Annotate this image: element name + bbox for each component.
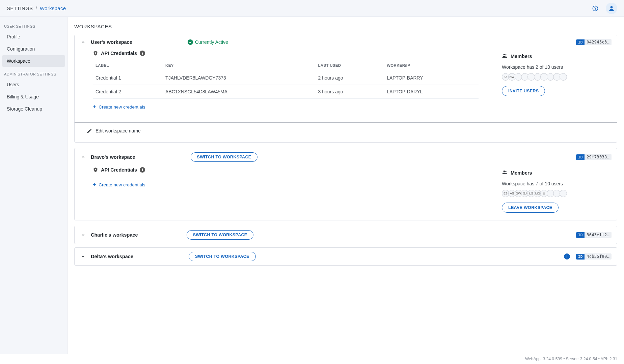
id-badge: ID xyxy=(576,254,585,260)
sidebar-item-workspace[interactable]: Workspace xyxy=(2,55,65,67)
help-icon[interactable] xyxy=(590,3,601,14)
footer: WebApp: 3.24.0-599 • Server: 3.24.0-54 •… xyxy=(0,354,624,364)
svg-point-3 xyxy=(95,52,96,54)
chevron-down-icon[interactable] xyxy=(80,232,86,238)
workspace-id-value: 29f73038… xyxy=(585,154,612,160)
sidebar-item-profile[interactable]: Profile xyxy=(2,31,65,42)
invite-users-button[interactable]: INVITE USERS xyxy=(502,86,545,96)
workspace-id-chip[interactable]: ID 4cb55f90… xyxy=(576,253,612,260)
breadcrumb-sep: / xyxy=(35,5,37,11)
member-avatars: U NW xyxy=(502,73,610,81)
workspace-header: Delta's workspace SWITCH TO WORKSPACE ! … xyxy=(75,248,617,265)
sidebar-section-admin: ADMINISTRATOR SETTINGS xyxy=(0,67,67,78)
sidebar-section-user: USER SETTINGS xyxy=(0,20,67,30)
member-avatars: ES AS GW GJ LG MG U xyxy=(502,190,610,197)
workspace-card-charlie: Charlie's workspace SWITCH TO WORKSPACE … xyxy=(74,226,617,244)
plus-icon: + xyxy=(93,104,96,110)
workspace-card-users: User's workspace Currently Active ID 042… xyxy=(74,35,617,143)
svg-point-2 xyxy=(611,6,613,8)
sidebar: USER SETTINGS Profile Configuration Work… xyxy=(0,17,67,354)
avatar-empty xyxy=(560,190,567,197)
cred-key: TJAHLVDER8LAWDGY7373 xyxy=(163,71,315,85)
id-badge: ID xyxy=(576,39,585,45)
page-title: WORKSPACES xyxy=(74,24,617,29)
col-last-used: LAST USED xyxy=(316,61,384,71)
user-avatar-button[interactable] xyxy=(606,3,617,14)
workspace-id-value: 3643eff2… xyxy=(585,232,612,238)
workspace-id-chip[interactable]: ID 042945c3… xyxy=(576,39,612,45)
switch-workspace-button[interactable]: SWITCH TO WORKSPACE xyxy=(187,230,254,240)
api-credentials-label: API Credentials xyxy=(101,51,137,56)
edit-workspace-name-label: Edit workspace name xyxy=(96,128,141,133)
leave-workspace-button[interactable]: LEAVE WORKSPACE xyxy=(502,203,559,213)
table-row[interactable]: Credential 1 TJAHLVDER8LAWDGY7373 2 hour… xyxy=(93,71,479,85)
svg-point-6 xyxy=(95,169,96,170)
topbar-right xyxy=(590,3,617,14)
workspace-header: Bravo's workspace SWITCH TO WORKSPACE ID… xyxy=(75,148,617,166)
workspace-name: Bravo's workspace xyxy=(91,154,135,160)
workspace-left-panel: API Credentials i LABEL KEY LAST USED WO… xyxy=(93,49,489,110)
sidebar-item-billing[interactable]: Billing & Usage xyxy=(2,91,65,102)
plus-icon: + xyxy=(93,182,96,187)
members-header: Members xyxy=(502,169,610,176)
create-credentials-link[interactable]: + Create new credentials xyxy=(93,104,479,110)
col-key: KEY xyxy=(163,61,315,71)
workspace-card-bravo: Bravo's workspace SWITCH TO WORKSPACE ID… xyxy=(74,148,617,220)
svg-point-5 xyxy=(505,54,506,55)
table-row[interactable]: Credential 2 ABC1XNSGL54D8LAW45MA 3 hour… xyxy=(93,85,479,99)
cred-key: ABC1XNSGL54D8LAW45MA xyxy=(163,85,315,99)
footer-version-text: WebApp: 3.24.0-599 • Server: 3.24.0-54 •… xyxy=(525,357,617,361)
members-label: Members xyxy=(511,54,532,59)
col-label: LABEL xyxy=(93,61,163,71)
cred-label: Credential 1 xyxy=(93,71,163,85)
svg-point-1 xyxy=(595,9,595,10)
edit-workspace-name-link[interactable]: Edit workspace name xyxy=(87,123,610,136)
shield-icon xyxy=(93,51,98,56)
col-worker: WORKER/IP xyxy=(384,61,479,71)
switch-workspace-button[interactable]: SWITCH TO WORKSPACE xyxy=(191,152,258,162)
create-credentials-label: Create new credentials xyxy=(99,104,145,110)
workspace-name: Delta's workspace xyxy=(91,254,133,259)
workspace-name: User's workspace xyxy=(91,39,132,45)
topbar: SETTINGS / Workspace xyxy=(0,0,624,17)
workspace-active-status: Currently Active xyxy=(188,39,228,45)
members-count-text: Workspace has 7 of 10 users xyxy=(502,181,610,186)
svg-point-7 xyxy=(504,171,505,172)
breadcrumb-leaf[interactable]: Workspace xyxy=(40,5,66,11)
workspace-name: Charlie's workspace xyxy=(91,232,138,238)
workspace-header: User's workspace Currently Active ID 042… xyxy=(75,35,617,49)
api-credentials-label: API Credentials xyxy=(101,167,137,173)
main-content: WORKSPACES User's workspace Currently Ac… xyxy=(67,17,624,354)
info-icon[interactable]: i xyxy=(140,51,145,56)
create-credentials-link[interactable]: + Create new credentials xyxy=(93,182,479,187)
alert-icon[interactable]: ! xyxy=(564,253,570,260)
cred-label: Credential 2 xyxy=(93,85,163,99)
members-count-text: Workspace has 2 of 10 users xyxy=(502,64,610,70)
sidebar-item-storage[interactable]: Storage Cleanup xyxy=(2,103,65,115)
info-icon[interactable]: i xyxy=(140,167,145,173)
members-label: Members xyxy=(511,170,532,176)
check-circle-icon xyxy=(188,39,193,45)
chevron-up-icon[interactable] xyxy=(80,154,86,160)
sidebar-item-configuration[interactable]: Configuration xyxy=(2,43,65,55)
chevron-up-icon[interactable] xyxy=(80,39,86,45)
workspace-right-panel: Members Workspace has 7 of 10 users ES A… xyxy=(489,166,610,216)
workspace-active-label: Currently Active xyxy=(195,39,228,45)
cred-worker: LAPTOP-BARRY xyxy=(384,71,479,85)
workspace-id-value: 042945c3… xyxy=(585,39,612,45)
cred-last-used: 3 hours ago xyxy=(316,85,384,99)
workspace-left-panel: API Credentials i + Create new credentia… xyxy=(93,166,489,216)
workspace-id-chip[interactable]: ID 3643eff2… xyxy=(576,232,612,238)
workspace-id-chip[interactable]: ID 29f73038… xyxy=(576,154,612,160)
id-badge: ID xyxy=(576,232,585,238)
chevron-down-icon[interactable] xyxy=(80,253,86,260)
workspace-right-panel: Members Workspace has 2 of 10 users U NW xyxy=(489,49,610,110)
workspace-card-delta: Delta's workspace SWITCH TO WORKSPACE ! … xyxy=(74,247,617,266)
id-badge: ID xyxy=(576,154,585,160)
sidebar-item-users[interactable]: Users xyxy=(2,79,65,90)
workspace-body: API Credentials i + Create new credentia… xyxy=(75,166,617,220)
breadcrumb-root[interactable]: SETTINGS xyxy=(7,5,33,11)
group-icon xyxy=(502,169,508,176)
api-credentials-header: API Credentials i xyxy=(93,51,479,56)
switch-workspace-button[interactable]: SWITCH TO WORKSPACE xyxy=(189,252,256,261)
